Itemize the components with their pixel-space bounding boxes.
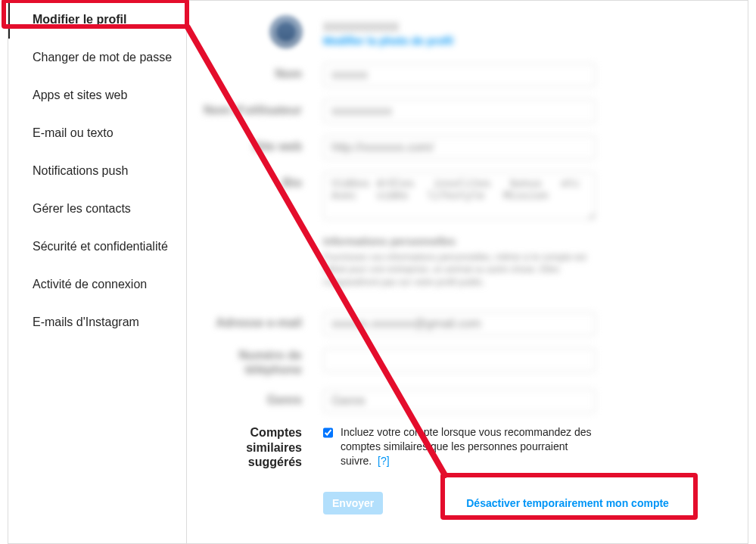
- similar-help-link[interactable]: [?]: [378, 455, 390, 467]
- change-photo-link[interactable]: Modifier la photo de profil: [323, 35, 453, 47]
- sidebar-item-email-sms[interactable]: E-mail ou texto: [8, 114, 186, 152]
- similar-accounts-label: Comptes similaires suggérés: [202, 425, 323, 469]
- email-label: Adresse e-mail: [202, 312, 323, 330]
- deactivate-account-link[interactable]: Désactiver temporairement mon compte: [466, 497, 669, 509]
- similar-accounts-text: Incluez votre compte lorsque vous recomm…: [341, 425, 596, 468]
- personal-info-note: Informations personnelles Fournissez vos…: [323, 235, 596, 289]
- settings-sidebar: Modifier le profil Changer de mot de pas…: [8, 1, 187, 543]
- bio-textarea[interactable]: Vidéos drôles insolites bonus etc Avec v…: [323, 172, 596, 220]
- sidebar-item-instagram-emails[interactable]: E-mails d'Instagram: [8, 303, 186, 341]
- sidebar-item-apps-websites[interactable]: Apps et sites web: [8, 76, 186, 114]
- sidebar-item-push-notifications[interactable]: Notifications push: [8, 152, 186, 190]
- website-label: Site web: [202, 135, 323, 154]
- gender-label: Genre: [202, 389, 323, 407]
- profile-username: xxxxxxxxxx: [323, 17, 453, 35]
- sidebar-item-edit-profile[interactable]: Modifier le profil: [8, 1, 186, 39]
- phone-input[interactable]: [323, 348, 596, 372]
- avatar[interactable]: [270, 16, 302, 48]
- website-input[interactable]: [323, 135, 596, 160]
- bio-label: Bio: [202, 172, 323, 190]
- email-input[interactable]: [323, 312, 596, 336]
- phone-label: Numéro de téléphone: [202, 348, 323, 377]
- similar-accounts-checkbox[interactable]: [323, 427, 333, 439]
- sidebar-item-login-activity[interactable]: Activité de connexion: [8, 266, 186, 303]
- submit-button[interactable]: Envoyer: [323, 492, 383, 514]
- username-label: Nom d'utilisateur: [202, 99, 323, 117]
- sidebar-item-privacy-security[interactable]: Sécurité et confidentialité: [8, 228, 186, 266]
- name-label: Nom: [202, 63, 323, 81]
- edit-profile-form: xxxxxxxxxx Modifier la photo de profil N…: [187, 1, 748, 543]
- username-input[interactable]: [323, 99, 596, 123]
- gender-input[interactable]: [323, 389, 596, 413]
- sidebar-item-manage-contacts[interactable]: Gérer les contacts: [8, 190, 186, 228]
- name-input[interactable]: [323, 63, 596, 87]
- sidebar-item-change-password[interactable]: Changer de mot de passe: [8, 39, 186, 76]
